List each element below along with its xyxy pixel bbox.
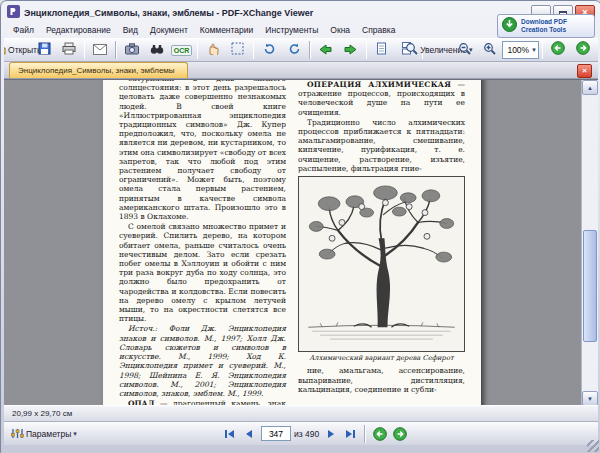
tree-engraving-figure <box>298 176 465 352</box>
paragraph: С омелой связано множество примет и суев… <box>119 222 286 323</box>
article-heading: ОПЕРАЦИЯ АЛХИМИЧЕСКАЯ — отражение процес… <box>298 80 465 117</box>
floppy-icon <box>38 41 51 59</box>
ocr-icon: OCR <box>171 45 193 56</box>
sephiroth-tree-image <box>301 179 462 347</box>
menu-help[interactable]: Справка <box>356 24 401 36</box>
menu-comments[interactable]: Комментарии <box>194 24 260 36</box>
window-title: Энциклопедия_Символы, знаки, эмблемы - P… <box>24 8 527 18</box>
camera-icon <box>125 41 139 59</box>
zoom-out-icon <box>458 41 471 59</box>
email-button[interactable] <box>88 40 112 60</box>
last-page-button[interactable] <box>342 425 359 443</box>
single-page-button[interactable] <box>370 40 394 60</box>
scrollbar-thumb[interactable] <box>583 230 597 342</box>
select-tool-button[interactable] <box>226 40 250 60</box>
zoom-level-combo[interactable]: 100% ▾ <box>502 41 538 59</box>
green-arrow-left-icon <box>319 41 332 59</box>
toolbar-separator <box>197 41 198 59</box>
previous-view-button[interactable] <box>546 40 570 60</box>
ocr-button[interactable]: OCR <box>170 40 194 60</box>
green-arrow-right-icon <box>344 41 357 59</box>
paragraph: Традиционно число алхимических процессов… <box>298 118 465 173</box>
next-view-button[interactable] <box>571 40 595 60</box>
tab-label: Энциклопедия_Символы, знаки, эмблемы <box>18 66 175 75</box>
sliders-icon <box>11 425 24 443</box>
menu-windows[interactable]: Окна <box>324 24 356 36</box>
download-label: Download PDFCreation Tools <box>521 18 567 34</box>
previous-page-button[interactable] <box>241 425 258 443</box>
bottom-toolbar: Параметры ▾ из 490 <box>4 421 598 445</box>
toolbar-separator <box>364 425 366 443</box>
toolbar-separator <box>115 41 116 59</box>
folder-icon <box>4 41 6 59</box>
rotate-ccw-button[interactable] <box>257 40 281 60</box>
menu-bar: Файл Редактирование Вид Документ Коммент… <box>7 23 401 37</box>
previous-view-button-bottom[interactable] <box>371 425 388 443</box>
page-count-label: из 490 <box>294 429 319 439</box>
resize-grip[interactable] <box>587 440 599 452</box>
save-button[interactable] <box>32 40 56 60</box>
menu-tools[interactable]: Инструменты <box>259 24 324 36</box>
page-size-indicator: 20,99 x 29,70 см <box>12 409 72 418</box>
download-icon <box>502 17 517 36</box>
hand-icon <box>207 41 219 59</box>
menu-document[interactable]: Документ <box>144 24 194 36</box>
open-button[interactable]: Открыть ▾ <box>7 40 31 60</box>
prev-page-button[interactable] <box>314 40 338 60</box>
toolbar-separator <box>84 41 85 59</box>
chevron-down-icon: ▾ <box>532 46 536 54</box>
loupe-icon <box>405 41 418 59</box>
scroll-down-button[interactable]: ▼ <box>582 391 598 406</box>
zoom-in-button[interactable] <box>477 40 501 60</box>
options-button[interactable]: Параметры ▾ <box>9 424 79 444</box>
toolbar-separator <box>253 41 254 59</box>
print-button[interactable] <box>57 40 81 60</box>
page-number-input[interactable] <box>261 426 291 441</box>
search-button[interactable] <box>145 40 169 60</box>
app-window: Энциклопедия_Символы, знаки, эмблемы - P… <box>0 0 600 453</box>
menu-file[interactable]: Файл <box>7 24 40 36</box>
document-area[interactable]: сатурналий в день зимнего солнцестояния:… <box>4 79 598 406</box>
pdf-page: сатурналий в день зимнего солнцестояния:… <box>103 79 481 406</box>
next-page-button[interactable] <box>339 40 363 60</box>
menu-edit[interactable]: Редактирование <box>40 24 117 36</box>
binoculars-icon <box>150 41 164 59</box>
menu-view[interactable]: Вид <box>117 24 144 36</box>
snapshot-button[interactable] <box>120 40 144 60</box>
right-column: ОПЕРАЦИЯ АЛХИМИЧЕСКАЯ — отражение процес… <box>298 79 465 406</box>
rotate-cw-button[interactable] <box>282 40 306 60</box>
tab-close-button[interactable]: × <box>577 64 592 78</box>
zoom-menu-button[interactable]: Увеличение ▾ <box>426 40 451 60</box>
next-view-icon <box>576 41 590 59</box>
status-bar: 20,99 x 29,70 см <box>4 405 598 421</box>
main-toolbar: Открыть ▾ OCR Увеличение ▾ 100% <box>4 38 598 62</box>
single-page-icon <box>376 41 387 59</box>
toolbar-separator <box>542 41 543 59</box>
zoom-in-icon <box>483 41 496 59</box>
app-icon <box>7 4 20 22</box>
scroll-up-button[interactable]: ▲ <box>582 80 598 95</box>
paragraph: сатурналий в день зимнего солнцестояния:… <box>119 79 286 221</box>
left-column: сатурналий в день зимнего солнцестояния:… <box>119 79 286 406</box>
zoom-level-value: 100% <box>507 45 529 55</box>
rotate-left-icon <box>263 41 276 59</box>
first-page-button[interactable] <box>221 425 238 443</box>
toolbar-separator <box>366 41 367 59</box>
page-navigation: из 490 <box>221 425 408 443</box>
printer-icon <box>62 41 76 59</box>
download-pdf-tools-button[interactable]: Download PDFCreation Tools <box>497 14 595 38</box>
hand-tool-button[interactable] <box>201 40 225 60</box>
previous-view-icon <box>551 41 565 59</box>
source-paragraph: Источ.: Фоли Дж. Энциклопедия знаков и с… <box>119 324 286 398</box>
rotate-right-icon <box>288 41 301 59</box>
envelope-icon <box>93 41 107 59</box>
zoom-out-button[interactable] <box>452 40 476 60</box>
next-view-button-bottom[interactable] <box>391 425 408 443</box>
chevron-down-icon: ▾ <box>73 430 77 438</box>
selection-icon <box>231 41 244 59</box>
document-tab[interactable]: Энциклопедия_Символы, знаки, эмблемы <box>9 62 188 78</box>
next-page-button-bottom[interactable] <box>322 425 339 443</box>
vertical-scrollbar[interactable]: ▲ ▼ <box>581 80 598 406</box>
toolbar-separator <box>309 41 310 59</box>
figure-caption: Алхимический вариант дерева Сефирот <box>298 354 465 363</box>
